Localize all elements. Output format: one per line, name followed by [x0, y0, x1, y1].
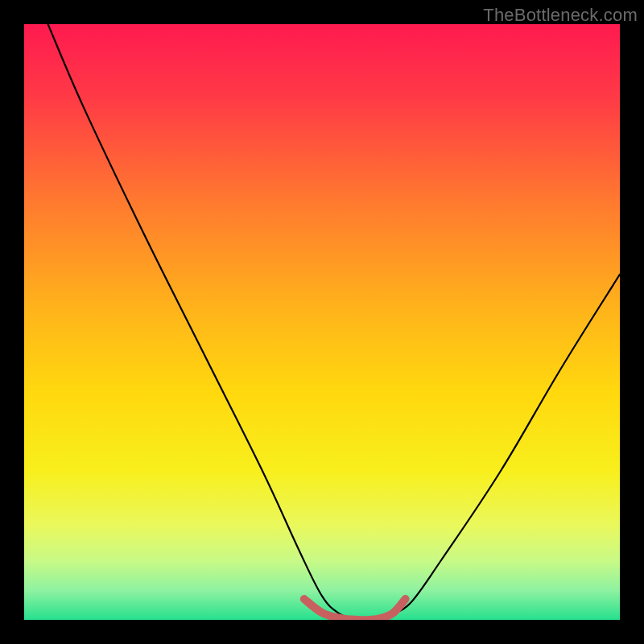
watermark-text: TheBottleneck.com: [483, 5, 638, 26]
curve-layer: [24, 24, 620, 620]
bottleneck-curve: [48, 24, 620, 620]
plot-area: [24, 24, 620, 620]
chart-frame: TheBottleneck.com: [0, 0, 644, 644]
bottom-band: [304, 599, 406, 620]
